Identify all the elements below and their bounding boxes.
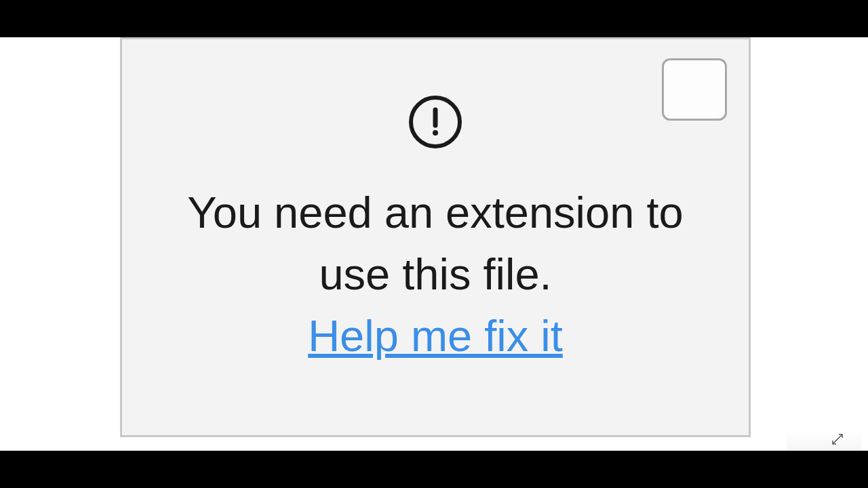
letterbox-top <box>0 0 868 37</box>
close-button[interactable] <box>662 58 727 121</box>
letterbox-bottom <box>0 451 868 488</box>
message-block: You need an extension to use this file. … <box>122 182 749 361</box>
alert-icon <box>408 95 462 149</box>
svg-point-2 <box>433 130 438 136</box>
extension-required-dialog: You need an extension to use this file. … <box>120 37 751 437</box>
help-me-fix-it-link[interactable]: Help me fix it <box>308 310 563 361</box>
content-area: You need an extension to use this file. … <box>0 37 868 451</box>
dialog-message-text: You need an extension to use this file. <box>122 182 749 305</box>
side-shadow <box>787 430 861 451</box>
